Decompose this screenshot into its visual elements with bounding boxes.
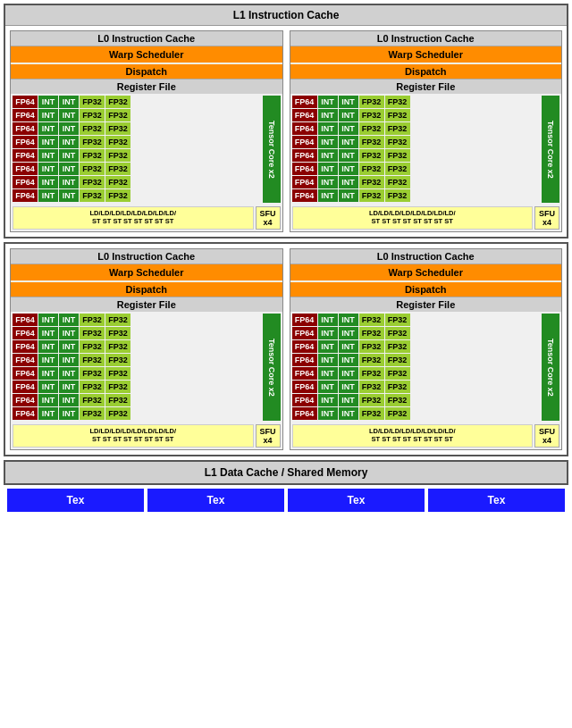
fp64-cell: FP64 [292,367,317,380]
core-row: FP64 INT INT FP32 FP32 [292,367,542,380]
core-row: FP64 INT INT FP32 FP32 [13,163,262,175]
int-cell: INT [38,327,58,339]
fp32-cell: FP32 [385,354,410,366]
int-cell: INT [38,340,58,353]
dispatch-3: Dispatch [290,282,562,297]
int-cell: INT [38,354,58,366]
int-cell: INT [318,314,338,326]
core-row: FP64 INT INT FP32 FP32 [292,136,542,148]
int-cell: INT [38,149,58,162]
fp32-cell: FP32 [105,367,130,380]
fp32-cell: FP32 [105,163,130,175]
fp32-cell: FP32 [359,189,384,202]
int-cell: INT [339,149,358,162]
int-cell: INT [59,163,79,175]
int-cell: INT [339,163,358,175]
core-row: FP64 INT INT FP32 FP32 [292,109,542,121]
fp32-cell: FP32 [359,122,384,135]
fp64-cell: FP64 [292,136,317,148]
int-cell: INT [339,340,358,353]
fp64-cell: FP64 [13,163,38,175]
tensor-core-2: Tensor Core x2 [263,314,281,421]
int-cell: INT [59,314,79,326]
int-cell: INT [38,314,58,326]
int-cell: INT [339,96,358,108]
core-row: FP64 INT INT FP32 FP32 [292,189,542,202]
fp32-cell: FP32 [385,122,410,135]
fp32-cell: FP32 [385,367,410,380]
dispatch-2: Dispatch [11,282,282,297]
regfile-title-2: Register File [11,297,282,312]
int-cell: INT [339,394,358,406]
fp64-cell: FP64 [292,354,317,366]
int-cell: INT [339,367,358,380]
l1-cache-title: L1 Instruction Cache [5,5,567,26]
int-cell: INT [59,340,79,353]
sm-unit-3: L0 Instruction Cache Warp Scheduler Disp… [290,248,563,450]
core-rows-2: FP64 INT INT FP32 FP32 FP64 INT INT FP32… [13,314,262,421]
core-row: FP64 INT INT FP32 FP32 [292,327,542,339]
int-cell: INT [318,163,338,175]
int-cell: INT [339,122,358,135]
fp64-cell: FP64 [292,381,317,393]
fp32-cell: FP32 [385,136,410,148]
fp32-cell: FP32 [385,189,410,202]
int-cell: INT [59,176,79,188]
fp64-cell: FP64 [13,354,38,366]
core-row: FP64 INT INT FP32 FP32 [13,136,262,148]
fp64-cell: FP64 [292,96,317,108]
fp32-cell: FP32 [105,109,130,121]
core-row: FP64 INT INT FP32 FP32 [13,109,262,121]
fp32-cell: FP32 [80,176,105,188]
core-row: FP64 INT INT FP32 FP32 [13,381,262,393]
tex-2: Tex [288,489,425,512]
int-cell: INT [38,381,58,393]
fp64-cell: FP64 [13,149,38,162]
fp64-cell: FP64 [13,109,38,121]
fp64-cell: FP64 [292,176,317,188]
fp32-cell: FP32 [385,314,410,326]
fp64-cell: FP64 [292,340,317,353]
int-cell: INT [339,176,358,188]
fp64-cell: FP64 [13,136,38,148]
fp32-cell: FP32 [80,314,105,326]
fp64-cell: FP64 [292,163,317,175]
tex-0: Tex [7,489,144,512]
int-cell: INT [318,327,338,339]
int-cell: INT [318,189,338,202]
core-row: FP64 INT INT FP32 FP32 [292,407,542,420]
int-cell: INT [318,122,338,135]
core-row: FP64 INT INT FP32 FP32 [292,149,542,162]
int-cell: INT [59,96,79,108]
fp64-cell: FP64 [292,394,317,406]
int-cell: INT [59,327,79,339]
core-rows-1: FP64 INT INT FP32 FP32 FP64 INT INT FP32… [292,96,542,203]
fp64-cell: FP64 [13,340,38,353]
int-cell: INT [318,149,338,162]
tex-3: Tex [428,489,565,512]
tensor-core-0: Tensor Core x2 [263,96,281,203]
ldst-block-2: LD/LD/LD/LD/LD/LD/LD/LD/ST ST ST ST ST S… [13,424,254,448]
fp32-cell: FP32 [385,327,410,339]
core-row: FP64 INT INT FP32 FP32 [13,354,262,366]
core-row: FP64 INT INT FP32 FP32 [292,394,542,406]
ldst-block-1: LD/LD/LD/LD/LD/LD/LD/LD/ST ST ST ST ST S… [292,206,534,230]
fp32-cell: FP32 [80,96,105,108]
fp64-cell: FP64 [13,176,38,188]
fp32-cell: FP32 [385,109,410,121]
fp32-cell: FP32 [105,327,130,339]
int-cell: INT [339,136,358,148]
int-cell: INT [38,367,58,380]
core-row: FP64 INT INT FP32 FP32 [292,122,542,135]
int-cell: INT [38,136,58,148]
ldst-block-3: LD/LD/LD/LD/LD/LD/LD/LD/ST ST ST ST ST S… [292,424,534,448]
core-row: FP64 INT INT FP32 FP32 [13,367,262,380]
fp32-cell: FP32 [359,340,384,353]
core-row: FP64 INT INT FP32 FP32 [13,314,262,326]
sfu-0: SFUx4 [256,206,281,230]
sm-unit-1: L0 Instruction Cache Warp Scheduler Disp… [290,30,563,232]
fp64-cell: FP64 [13,367,38,380]
core-row: FP64 INT INT FP32 FP32 [292,96,542,108]
int-cell: INT [318,136,338,148]
warp-scheduler-1: Warp Scheduler [290,46,562,63]
